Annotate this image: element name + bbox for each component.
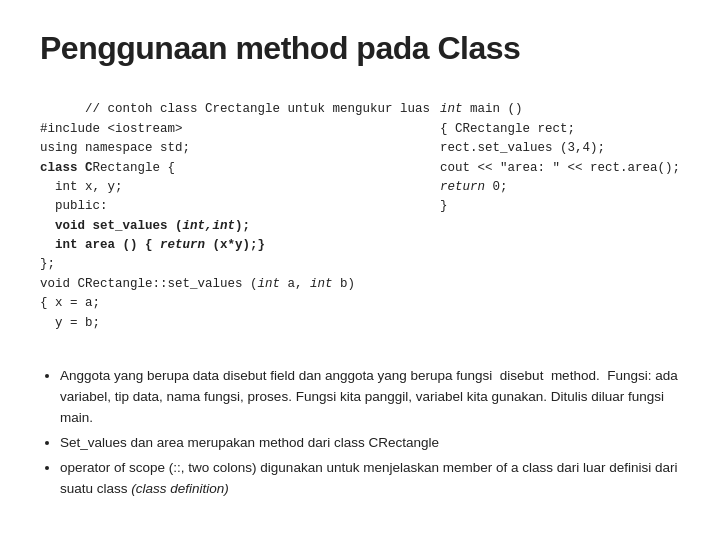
code-using: using namespace std; (40, 141, 190, 155)
slide: Penggunaan method pada Class // contoh c… (0, 0, 720, 540)
code-set-values-decl: void set_values (int,int); (40, 219, 250, 233)
bullet-2: Set_values dan area merupakan method dar… (60, 433, 680, 454)
bullet-list: Anggota yang berupa data disebut field d… (40, 366, 680, 504)
code-main-close: } (440, 199, 448, 213)
code-include: #include <iostream> (40, 122, 183, 136)
code-section: // contoh class Crectangle untuk menguku… (40, 81, 680, 352)
code-left: // contoh class Crectangle untuk menguku… (40, 81, 422, 352)
slide-title: Penggunaan method pada Class (40, 30, 680, 67)
code-body-x: { x = a; (40, 296, 100, 310)
code-area-decl: int area () { return (x*y);} (40, 238, 265, 252)
code-return: return 0; (440, 180, 508, 194)
code-close-class: }; (40, 257, 55, 271)
bullet-3: operator of scope (::, two colons) digun… (60, 458, 680, 500)
code-body-y: y = b; (40, 316, 100, 330)
code-set-values-def: void CRectangle::set_values (int a, int … (40, 277, 355, 291)
bullet-1: Anggota yang berupa data disebut field d… (60, 366, 680, 429)
code-rect-decl: { CRectangle rect; (440, 122, 575, 136)
code-right: int main () { CRectangle rect; rect.set_… (422, 81, 680, 352)
code-class: class CRectangle { (40, 161, 175, 175)
code-comment: // contoh class Crectangle untuk menguku… (85, 102, 430, 116)
code-int-xy: int x, y; (40, 180, 123, 194)
code-cout: cout << "area: " << rect.area(); (440, 161, 680, 175)
code-main: int main () (440, 102, 523, 116)
code-set-call: rect.set_values (3,4); (440, 141, 605, 155)
code-public: public: (40, 199, 108, 213)
